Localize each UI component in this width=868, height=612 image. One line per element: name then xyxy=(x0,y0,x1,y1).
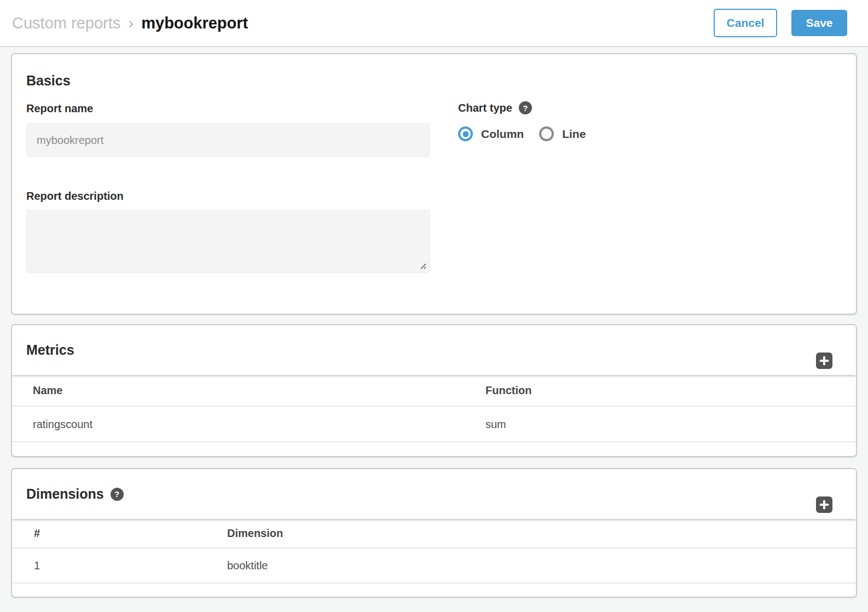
radio-column[interactable] xyxy=(458,126,473,141)
dimensions-col-dimension: Dimension xyxy=(227,527,283,540)
basics-title: Basics xyxy=(26,73,71,89)
breadcrumb: Custom reports › mybookreport xyxy=(12,14,248,32)
chart-type-help-icon[interactable]: ? xyxy=(519,101,532,114)
report-description-wrap xyxy=(26,210,430,273)
add-metric-button[interactable] xyxy=(816,353,832,369)
report-description-textarea[interactable] xyxy=(26,210,430,273)
metrics-col-function: Function xyxy=(485,384,531,397)
dimensions-table-row[interactable]: 1 booktitle xyxy=(12,547,856,584)
breadcrumb-current-report: mybookreport xyxy=(141,14,248,32)
metric-name-cell: ratingscount xyxy=(33,418,92,430)
report-name-input[interactable] xyxy=(26,123,430,157)
dimension-index-cell: 1 xyxy=(34,559,40,572)
basics-card: Basics Report name Report description Ch… xyxy=(11,53,857,315)
chart-type-block: Chart type ? Column Line xyxy=(458,101,601,141)
save-button[interactable]: Save xyxy=(791,10,847,36)
top-bar: Custom reports › mybookreport Cancel Sav… xyxy=(0,0,868,47)
dimensions-help-icon[interactable]: ? xyxy=(111,488,124,501)
topbar-actions: Cancel Save xyxy=(714,9,856,37)
breadcrumb-section[interactable]: Custom reports xyxy=(12,14,120,32)
radio-line-label[interactable]: Line xyxy=(562,128,586,141)
report-name-label: Report name xyxy=(26,102,93,115)
dimensions-card: Dimensions ? # Dimension 1 booktitle xyxy=(11,468,857,598)
dimensions-table-header: # Dimension xyxy=(12,519,856,547)
metrics-card: Metrics Name Function ratingscount sum xyxy=(11,324,857,457)
chart-type-options: Column Line xyxy=(458,126,601,141)
metrics-table-row[interactable]: ratingscount sum xyxy=(12,406,856,442)
metrics-title: Metrics xyxy=(26,342,74,358)
chart-type-label: Chart type xyxy=(458,102,512,114)
add-dimension-button[interactable] xyxy=(816,496,832,513)
metrics-col-name: Name xyxy=(33,384,62,397)
cancel-button[interactable]: Cancel xyxy=(714,9,777,37)
metrics-card-header: Metrics xyxy=(12,325,856,375)
dimension-name-cell: booktitle xyxy=(227,559,268,572)
metric-function-cell: sum xyxy=(485,418,506,430)
dimensions-title: Dimensions xyxy=(26,486,104,502)
radio-line[interactable] xyxy=(539,126,554,141)
report-description-label: Report description xyxy=(26,190,124,203)
radio-column-label[interactable]: Column xyxy=(481,128,524,141)
breadcrumb-chevron-icon: › xyxy=(128,14,134,32)
dimensions-col-index: # xyxy=(34,527,40,540)
metrics-table-header: Name Function xyxy=(12,375,856,406)
dimensions-card-header: Dimensions ? xyxy=(12,469,856,519)
